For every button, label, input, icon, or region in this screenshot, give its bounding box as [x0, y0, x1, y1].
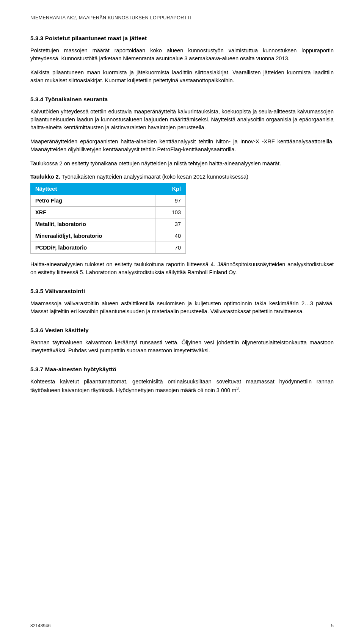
paragraph: Rannan täyttöalueen kaivantoon kerääntyi…: [30, 339, 334, 355]
table-cell-value: 37: [155, 218, 185, 230]
text: .: [238, 387, 240, 393]
table-cell-label: PCDD/F, laboratorio: [31, 242, 155, 254]
table-cell-label: XRF: [31, 207, 155, 218]
paragraph: Kohteesta kaivetut pilaantumattomat, geo…: [30, 378, 334, 394]
heading-5-3-3: 5.3.3 Poistetut pilaantuneet maat ja jät…: [30, 35, 334, 41]
paragraph: Maaperänäytteiden epäorgaanisten haitta-…: [30, 138, 334, 154]
page-number: 5: [331, 623, 334, 628]
table-header-row: Näytteet Kpl: [31, 183, 186, 195]
heading-5-3-6: 5.3.6 Vesien käsittely: [30, 327, 334, 333]
text: Kunnostustöitä jatketaan Niemenranta asu…: [61, 55, 289, 61]
table-cell-value: 103: [155, 207, 185, 218]
paragraph: Taulukossa 2 on esitetty työnaikana otet…: [30, 160, 334, 168]
paragraph: Poistettujen massojen määrät raportoidaa…: [30, 47, 334, 63]
document-number: 82143946: [30, 623, 50, 628]
running-header: NIEMENRANTA AK2, MAAPERÄN KUNNOSTUKSEN L…: [30, 15, 334, 20]
table-row: PCDD/F, laboratorio 70: [31, 242, 186, 254]
document-page: NIEMENRANTA AK2, MAAPERÄN KUNNOSTUKSEN L…: [0, 0, 364, 639]
table-caption-text: Työnaikaisten näytteiden analyysimäärät …: [60, 174, 248, 180]
table-row: Mineraaliöljyt, laboratorio 40: [31, 230, 186, 242]
samples-table: Näytteet Kpl Petro Flag 97 XRF 103 Metal…: [30, 183, 186, 254]
table-cell-value: 40: [155, 230, 185, 242]
table-caption: Taulukko 2. Työnaikaisten näytteiden ana…: [30, 174, 334, 180]
paragraph: Maamassoja välivarastoitiin alueen asfal…: [30, 300, 334, 316]
table-header-cell: Kpl: [155, 183, 185, 195]
table-row: Petro Flag 97: [31, 195, 186, 207]
heading-5-3-5: 5.3.5 Välivarastointi: [30, 288, 334, 294]
paragraph: Kaivutöiden yhteydessä otettiin edustavi…: [30, 108, 334, 132]
table-cell-label: Petro Flag: [31, 195, 155, 207]
table-cell-label: Metallit, laboratorio: [31, 218, 155, 230]
text: Kohteesta kaivetut pilaantumattomat, geo…: [30, 378, 334, 393]
paragraph: Haitta-aineanalyysien tulokset on esitet…: [30, 261, 334, 276]
table-cell-label: Mineraaliöljyt, laboratorio: [31, 230, 155, 242]
table-row: XRF 103: [31, 207, 186, 218]
paragraph: Kaikista pilaantuneen maan kuormista ja …: [30, 69, 334, 85]
heading-5-3-4: 5.3.4 Työnaikainen seuranta: [30, 96, 334, 102]
table-cell-value: 97: [155, 195, 185, 207]
heading-5-3-7: 5.3.7 Maa-ainesten hyötykäyttö: [30, 366, 334, 372]
table-row: Metallit, laboratorio 37: [31, 218, 186, 230]
table-header-cell: Näytteet: [31, 183, 155, 195]
page-footer: 82143946 5: [30, 623, 334, 628]
table-cell-value: 70: [155, 242, 185, 254]
table-caption-label: Taulukko 2.: [30, 174, 60, 180]
